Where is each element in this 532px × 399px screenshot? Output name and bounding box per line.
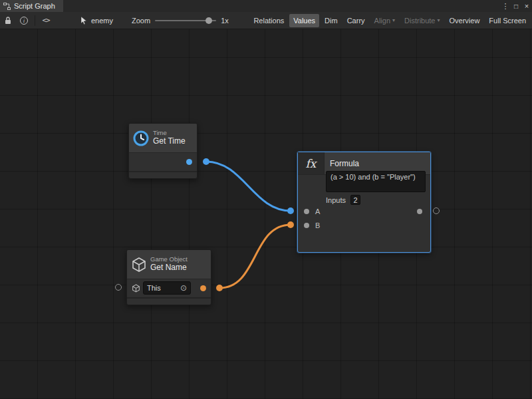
relations-button[interactable]: Relations (249, 14, 288, 27)
node-get-name[interactable]: Game Object Get Name This ⊙ (126, 249, 211, 305)
node-header[interactable]: Game Object Get Name (127, 250, 211, 279)
input-port-b[interactable] (304, 223, 309, 228)
graph-toolbar: i <> enemy Zoom 1x Relations Values Di (0, 12, 532, 29)
node-body (129, 153, 197, 171)
values-button[interactable]: Values (289, 14, 319, 27)
tab-script-graph[interactable]: Script Graph (0, 0, 63, 12)
script-graph-icon (3, 3, 11, 10)
node-title: Formula (330, 159, 359, 168)
node-footer (129, 171, 197, 178)
node-body: This ⊙ (127, 279, 211, 297)
cube-icon (132, 284, 140, 293)
maximize-icon[interactable]: □ (511, 0, 521, 12)
node-get-time[interactable]: Time Get Time (128, 123, 198, 179)
zoom-control: Zoom 1x (132, 16, 229, 25)
node-title: Get Name (150, 263, 188, 273)
node-footer (127, 297, 211, 304)
graph-reference[interactable]: enemy (80, 17, 113, 25)
align-button[interactable]: Align ▾ (370, 14, 399, 27)
node-formula[interactable]: fx Formula (a > 10) and (b = "Player") I… (297, 152, 431, 253)
full-screen-button[interactable]: Full Screen (485, 14, 530, 27)
zoom-label: Zoom (132, 17, 150, 25)
formula-expression-input[interactable]: (a > 10) and (b = "Player") (326, 171, 426, 192)
formula-inputs-row: Inputs 2 (326, 195, 360, 205)
graph-name: enemy (91, 17, 113, 25)
close-icon[interactable]: × (521, 0, 532, 12)
overview-button[interactable]: Overview (446, 14, 484, 27)
cursor-icon (80, 17, 88, 25)
port-a-label: A (315, 207, 320, 215)
inputs-label: Inputs (326, 196, 346, 204)
script-graph-window: Script Graph ⋮ □ × i <> enemy (0, 0, 532, 399)
output-port-result[interactable] (417, 209, 422, 214)
target-object-value: This (147, 284, 180, 292)
chevron-down-icon: ▾ (438, 14, 440, 27)
node-header[interactable]: Time Get Time (129, 124, 197, 153)
zoom-value: 1x (221, 17, 229, 25)
toolbar-buttons: Relations Values Dim Carry Align ▾ Distr… (249, 12, 532, 29)
distribute-button[interactable]: Distribute ▾ (400, 14, 444, 27)
output-port-time[interactable] (186, 159, 192, 165)
title-bar: Script Graph ⋮ □ × (0, 0, 532, 12)
dim-button[interactable]: Dim (321, 14, 342, 27)
graph-canvas[interactable] (0, 29, 532, 399)
edit-code-icon[interactable]: <> (39, 14, 53, 27)
input-port-a[interactable] (304, 209, 309, 214)
tab-title: Script Graph (14, 2, 55, 10)
formula-fx-icon: fx (298, 152, 325, 174)
clock-icon (132, 130, 150, 147)
inputs-count-input[interactable]: 2 (350, 195, 360, 205)
node-title: Get Time (153, 137, 186, 146)
window-menu-icon[interactable]: ⋮ (500, 0, 511, 12)
lock-icon[interactable] (1, 14, 15, 27)
target-object-field[interactable]: This ⊙ (143, 281, 191, 295)
unconnected-input-port[interactable] (115, 284, 122, 291)
info-icon[interactable]: i (17, 14, 31, 27)
output-port-name[interactable] (200, 285, 206, 291)
port-b-label: B (315, 221, 320, 229)
cube-icon (131, 257, 147, 273)
zoom-slider[interactable] (155, 16, 216, 25)
carry-button[interactable]: Carry (343, 14, 369, 27)
zoom-slider-handle[interactable] (205, 17, 212, 24)
object-picker-icon[interactable]: ⊙ (180, 284, 187, 292)
toolbar-divider (35, 15, 35, 26)
chevron-down-icon: ▾ (392, 14, 395, 27)
unconnected-output-port[interactable] (433, 207, 440, 214)
